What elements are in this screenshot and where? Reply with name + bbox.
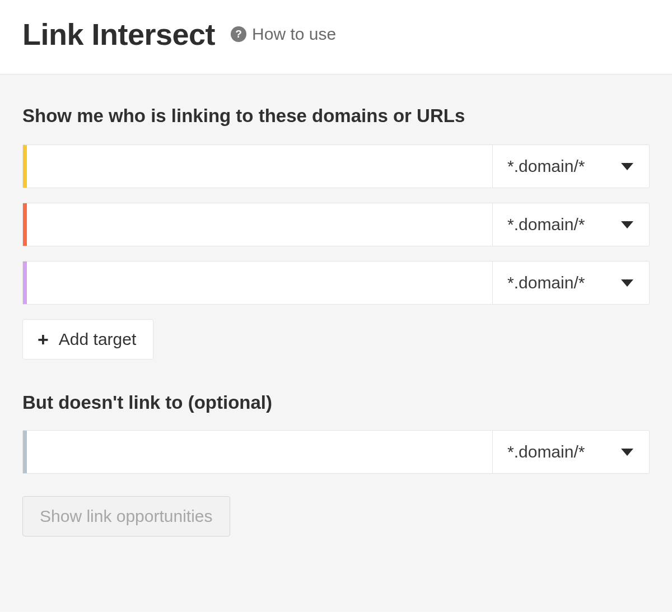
add-target-button[interactable]: + Add target: [22, 319, 153, 360]
page-header: Link Intersect ? How to use: [0, 0, 672, 74]
main-form: Show me who is linking to these domains …: [0, 74, 672, 612]
add-target-label: Add target: [59, 330, 136, 349]
exclude-row: *.domain/*: [22, 430, 650, 474]
target-mode-label: *.domain/*: [507, 157, 585, 176]
exclude-mode-label: *.domain/*: [507, 442, 585, 461]
chevron-down-icon: [621, 449, 633, 456]
help-icon: ?: [231, 26, 246, 42]
target-row: *.domain/*: [22, 144, 650, 188]
target-mode-label: *.domain/*: [507, 273, 585, 292]
target-url-input[interactable]: [27, 203, 492, 246]
chevron-down-icon: [621, 279, 633, 287]
exclude-mode-select[interactable]: *.domain/*: [492, 431, 649, 473]
how-to-use-link[interactable]: ? How to use: [231, 25, 336, 44]
target-mode-select[interactable]: *.domain/*: [492, 262, 649, 304]
target-mode-select[interactable]: *.domain/*: [492, 203, 649, 246]
exclude-color-stripe: [23, 431, 27, 473]
submit-label: Show link opportunities: [40, 507, 213, 526]
target-row: *.domain/*: [22, 203, 650, 246]
exclude-section-label: But doesn't link to (optional): [22, 392, 650, 413]
target-mode-select[interactable]: *.domain/*: [492, 145, 649, 188]
show-link-opportunities-button[interactable]: Show link opportunities: [22, 496, 230, 536]
target-color-stripe: [23, 145, 27, 188]
exclude-url-input[interactable]: [27, 431, 492, 473]
target-mode-label: *.domain/*: [507, 215, 585, 234]
target-color-stripe: [23, 262, 27, 304]
how-to-use-label: How to use: [252, 25, 336, 44]
target-color-stripe: [23, 203, 27, 246]
targets-section-label: Show me who is linking to these domains …: [22, 105, 650, 127]
chevron-down-icon: [621, 163, 633, 170]
plus-icon: +: [38, 330, 49, 349]
chevron-down-icon: [621, 221, 633, 228]
target-row: *.domain/*: [22, 261, 650, 305]
page-title: Link Intersect: [22, 17, 215, 52]
target-url-input[interactable]: [27, 145, 492, 188]
target-url-input[interactable]: [27, 262, 492, 304]
